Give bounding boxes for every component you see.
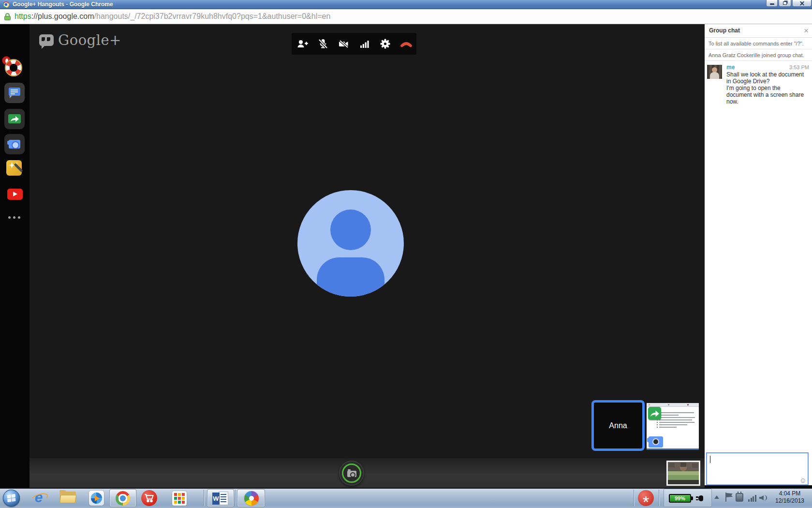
minimize-icon [770,3,774,5]
document-preview [659,412,696,429]
bandwidth-button[interactable] [358,38,371,50]
mute-video-button[interactable] [338,38,350,50]
googleplus-logo: Google+ [39,32,121,48]
show-hidden-icons-button[interactable] [714,495,719,499]
sidebar-item-youtube[interactable] [7,189,23,200]
gear-icon [380,38,391,49]
taskbar-item-explorer[interactable] [59,492,77,504]
volume-speaker-icon[interactable] [759,494,768,502]
hangup-button[interactable] [400,38,413,50]
mic-muted-icon [317,38,329,50]
url-text[interactable]: https://plus.google.com/hangouts/_/72cpi… [15,9,330,24]
picasa-icon [244,491,259,506]
clock-time: 4:04 PM [770,490,810,497]
chat-close-button[interactable]: × [804,24,809,37]
message-sender: me [726,64,735,71]
participant-avatar [297,190,404,297]
camera-muted-icon [338,38,350,50]
url-protocol: https [15,12,31,20]
restore-icon [783,1,787,5]
windows-flag-icon [7,494,16,502]
magic-wand-icon [14,163,23,172]
chat-message: me 3:53 PM Shall we look at the document… [705,61,812,108]
googleplus-logo-text: Google+ [58,32,121,48]
ellipsis-icon [8,216,11,219]
address-bar[interactable]: https://plus.google.com/hangouts/_/72cpi… [0,9,812,24]
sender-avatar [707,65,722,79]
screenshare-badge-icon [648,407,661,420]
sidebar-item-more[interactable] [8,216,22,219]
chat-title: Group chat [709,24,740,37]
screen: Google+ Hangouts - Google Chrome https:/… [0,0,812,508]
power-options-icon[interactable] [736,493,743,502]
action-center-flag-icon[interactable] [725,493,733,502]
sidebar-item-screenshare[interactable] [4,109,25,129]
add-person-icon [296,38,309,50]
windows-taskbar: e W * 99% [0,488,812,508]
window-titlebar[interactable]: Google+ Hangouts - Google Chrome [0,0,812,9]
hangouts-quote-icon [39,34,54,46]
sidebar-item-toolbox[interactable] [5,59,22,76]
clock-date: 12/16/2013 [770,497,810,505]
chat-input-wrap: ☺ [706,452,809,485]
group-chat-panel: Group chat × To list all available comma… [705,24,812,488]
self-video-thumbnail[interactable] [666,461,700,486]
call-toolbar [292,33,416,55]
signal-bars-icon [359,39,370,49]
filmstrip-participant-anna[interactable]: Anna [591,400,645,451]
settings-button[interactable] [379,38,392,50]
avatar-silhouette-icon [330,209,371,250]
stage-bottom-bar [30,458,705,488]
text-caret [710,456,710,463]
taskbar-item-word[interactable]: W [207,489,234,507]
network-signal-icon[interactable] [748,494,758,502]
snapshot-camera-icon [347,471,356,477]
chat-notice-joined: Anna Gratz Cockerille joined group chat. [705,49,812,61]
tray-clock[interactable]: 4:04 PM 12/16/2013 [770,490,810,505]
mute-mic-button[interactable] [317,38,329,50]
participant-name-label: Anna [609,421,627,430]
sidebar-item-effects[interactable] [6,160,22,176]
hangout-app-sidebar: ? [0,24,30,488]
battery-status[interactable]: 99% [664,489,712,507]
power-plug-icon [696,495,704,502]
taskbar-item-picasa[interactable] [237,489,265,507]
taskbar-item-media-player[interactable] [89,491,104,506]
hangup-phone-icon [400,39,413,49]
taskbar-item-internet-explorer[interactable]: e [31,491,46,505]
url-path: /hangouts/_/72cpi37b2vrravr79kuh8hvfq0?p… [94,12,331,20]
cart-icon [144,493,154,503]
filmstrip-screenshare[interactable] [647,403,699,450]
chrome-icon [116,491,130,506]
minimize-button[interactable] [766,0,778,7]
close-button[interactable] [792,0,812,7]
sidebar-item-capture[interactable] [4,134,25,154]
screenshare-icon [8,114,21,123]
sidebar-item-chat[interactable] [4,83,25,103]
chrome-favicon-icon [3,1,9,8]
message-time: 3:53 PM [789,64,809,70]
word-icon: W [212,492,229,506]
window-title: Google+ Hangouts - Google Chrome [13,0,113,9]
invite-people-button[interactable] [296,38,309,50]
taskbar-item-app-grid[interactable] [172,491,187,506]
emoji-smiley-icon[interactable]: ☺ [799,476,807,484]
url-domain: ://plus.google.com [31,12,94,20]
chat-input[interactable] [707,453,808,484]
capture-camera-icon [9,140,20,149]
chat-notice-commands: To list all available commands enter "/?… [705,38,812,49]
taskbar-item-red-app[interactable] [141,490,157,506]
tray-app-icon[interactable]: * [638,490,654,506]
chat-bubbles-icon [9,88,20,96]
start-button[interactable] [3,490,20,507]
chat-header: Group chat × [705,24,812,38]
camera-badge-icon [649,436,663,448]
restore-button[interactable] [779,0,791,7]
taskbar-item-chrome[interactable] [109,489,136,507]
snapshot-button[interactable] [339,461,364,486]
message-text: Shall we look at the document in Google … [726,71,809,105]
battery-icon: 99% [669,494,691,503]
video-stage: Google+ [30,24,705,488]
https-padlock-icon[interactable] [4,13,11,21]
